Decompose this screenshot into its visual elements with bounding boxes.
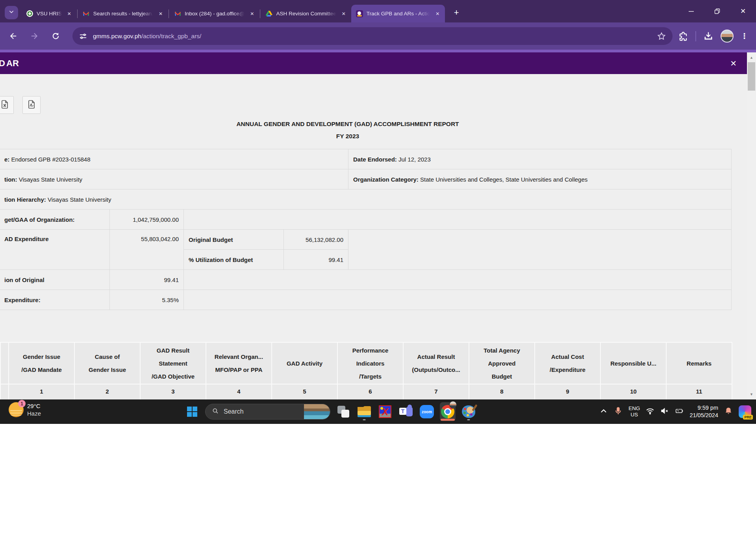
column-number-3: 3 — [140, 384, 206, 399]
tab-search-button[interactable] — [5, 6, 18, 19]
search-icon — [212, 407, 224, 416]
wifi-icon[interactable] — [646, 407, 654, 417]
browser-tab-active[interactable]: Track GPB and ARs - Actio — [351, 5, 445, 22]
tab-close-icon[interactable] — [340, 10, 347, 17]
site-settings-icon[interactable] — [79, 32, 87, 41]
search-label: Search — [224, 408, 304, 415]
weather-temp: 29°C — [27, 402, 41, 410]
address-bar[interactable]: gmms.pcw.gov.ph/action/track_gpb_ars/ — [72, 27, 673, 45]
browser-menu-icon[interactable] — [741, 32, 748, 41]
report-title-line1: ANNUAL GENDER AND DEVELOPMENT (GAD) ACCO… — [0, 120, 695, 128]
column-header-9: Actual Cost/Expenditure — [535, 342, 600, 384]
profile-avatar[interactable] — [721, 30, 734, 43]
bing-daily-image[interactable] — [304, 404, 330, 420]
paint-icon — [462, 405, 475, 418]
info-label: Expenditure: — [0, 290, 110, 310]
info-cell-empty — [184, 210, 732, 230]
modal-close-icon[interactable] — [730, 59, 737, 68]
chrome-profile-avatar — [449, 401, 457, 409]
microphone-icon[interactable] — [614, 407, 623, 417]
url-domain: gmms.pcw.gov.ph — [93, 33, 141, 39]
reload-button[interactable] — [48, 29, 63, 44]
scrollbar-thumb[interactable] — [748, 62, 755, 91]
toolbar-separator — [695, 31, 696, 41]
page-scrollbar[interactable] — [747, 52, 756, 399]
export-pdf-button[interactable] — [22, 96, 41, 114]
table-row: tion: Visayas State University Organizat… — [0, 169, 732, 189]
info-value: 1,042,759,000.00 — [110, 210, 184, 230]
new-tab-button[interactable]: + — [450, 7, 462, 19]
tab-title: Track GPB and ARs - Actio — [367, 11, 430, 17]
info-cell-empty — [184, 270, 732, 290]
window-restore-button[interactable] — [704, 0, 730, 22]
info-label: Original Budget — [184, 230, 284, 250]
taskbar-app-x[interactable] — [377, 402, 393, 421]
taskbar-app-chrome[interactable] — [440, 402, 456, 421]
column-header-8: Total AgencyApprovedBudget — [469, 342, 535, 384]
table-row: AD Expenditure 55,803,042.00 Original Bu… — [0, 230, 732, 250]
back-button[interactable] — [6, 29, 20, 44]
column-header-4: Relevant Organ...MFO/PAP or PPA — [206, 342, 272, 384]
weather-condition: Haze — [27, 410, 41, 417]
browser-tab[interactable]: Inbox (284) - gad.office@ — [169, 5, 259, 22]
pdf-file-icon — [26, 99, 37, 111]
tab-close-icon[interactable] — [66, 10, 73, 17]
export-excel-button[interactable] — [0, 96, 14, 114]
taskbar-app-paint[interactable] — [461, 402, 476, 421]
forward-button[interactable] — [27, 29, 42, 44]
weather-widget[interactable]: 1 29°C Haze — [9, 402, 41, 417]
taskbar-search[interactable]: Search — [205, 404, 330, 420]
tab-close-icon[interactable] — [248, 10, 256, 17]
info-cell-empty — [184, 290, 732, 310]
notification-bell-icon[interactable] — [724, 407, 733, 417]
volume-muted-icon[interactable] — [660, 407, 669, 417]
taskbar-app-file-explorer[interactable] — [356, 402, 372, 421]
taskbar-app-zoom[interactable]: zoom — [419, 402, 435, 421]
system-tray: ENGUS 9:59 pm21/05/2024 PRE — [599, 399, 751, 424]
url-path: /action/track_gpb_ars/ — [141, 33, 202, 39]
column-number-2: 2 — [74, 384, 140, 399]
column-number-7: 7 — [403, 384, 469, 399]
info-label: AD Expenditure — [0, 230, 110, 270]
tab-close-icon[interactable] — [157, 10, 164, 17]
info-label: ion of Original — [0, 270, 110, 290]
clock[interactable]: 9:59 pm21/05/2024 — [689, 404, 718, 419]
taskbar-app-teams[interactable]: T — [398, 402, 414, 421]
url-text[interactable]: gmms.pcw.gov.ph/action/track_gpb_ars/ — [93, 33, 657, 40]
copilot-icon[interactable]: PRE — [739, 405, 751, 418]
toolbar-right-group — [678, 30, 748, 43]
info-cell-empty — [348, 230, 732, 270]
downloads-icon[interactable] — [703, 31, 713, 41]
tab-separator — [169, 9, 169, 18]
window-close-button[interactable] — [730, 0, 756, 22]
start-button[interactable] — [184, 404, 200, 420]
column-header-11: Remarks — [666, 342, 732, 384]
tab-separator — [77, 9, 78, 18]
column-header-3: GAD ResultStatement/GAD Objective — [140, 342, 206, 384]
scrollbar-up-icon[interactable] — [747, 54, 756, 61]
extensions-icon[interactable] — [678, 31, 688, 41]
tab-close-icon[interactable] — [434, 10, 441, 17]
browser-tab[interactable]: ASH Revision Committee — [261, 5, 351, 22]
language-indicator[interactable]: ENGUS — [628, 405, 640, 418]
table-row: tion Hierarchy: Visayas State University — [0, 189, 732, 210]
scrollbar-down-icon[interactable] — [747, 391, 756, 398]
hidden-icons-chevron[interactable] — [599, 407, 608, 417]
info-label: get/GAA of Organization: — [0, 210, 110, 230]
window-minimize-button[interactable] — [678, 0, 704, 22]
table-row: e: Endorsed GPB #2023-015848 Date Endors… — [0, 149, 732, 169]
report-columns-table: Gender Issue/GAD MandateCause ofGender I… — [0, 342, 732, 399]
column-header-cut — [0, 342, 9, 384]
battery-charging-icon[interactable] — [675, 407, 684, 417]
column-header-5: GAD Activity — [272, 342, 337, 384]
bookmark-star-icon[interactable] — [657, 32, 666, 41]
info-cell: Organization Category: State Universitie… — [348, 169, 732, 189]
column-header-6: PerformanceIndicators/Targets — [337, 342, 403, 384]
info-value: 99.41 — [284, 250, 348, 270]
taskbar-app-task-view[interactable] — [335, 402, 351, 421]
browser-tab[interactable]: VSU HRIS — [21, 5, 77, 22]
excel-file-icon — [0, 99, 10, 111]
info-value: 56,132,082.00 — [284, 230, 348, 250]
browser-tab-strip: VSU HRISSearch results - lettyjean.Inbox… — [0, 0, 756, 22]
browser-tab[interactable]: Search results - lettyjean. — [78, 5, 168, 22]
